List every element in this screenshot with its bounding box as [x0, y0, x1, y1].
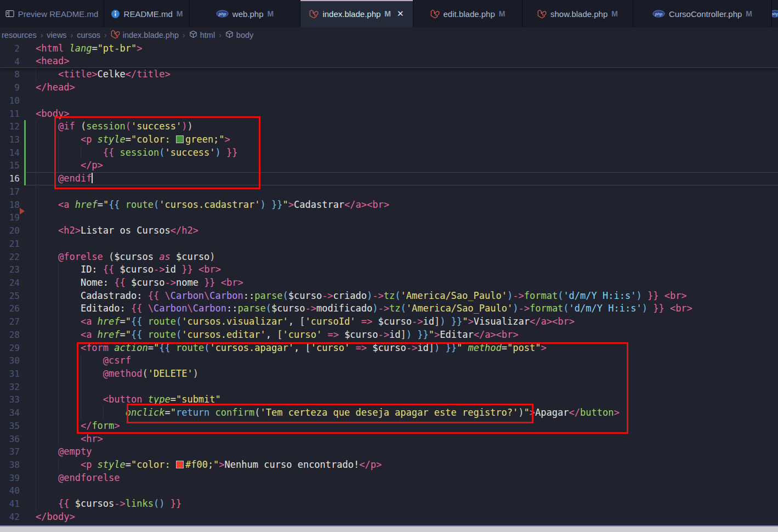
modified-badge: M — [611, 9, 618, 18]
blade-icon — [111, 30, 120, 41]
code-line-38[interactable]: 38 <p style="color: #f00;">Nenhum curso … — [0, 459, 778, 472]
breadcrumb-separator: › — [104, 31, 107, 39]
code-line-14[interactable]: 14 {{ session('success') }} — [0, 146, 778, 160]
breadcrumb-item-body[interactable]: body — [225, 30, 253, 40]
breadcrumb-item-resources[interactable]: resources — [2, 31, 37, 39]
code-line-17[interactable]: 17 — [0, 185, 778, 199]
code-line-41[interactable]: 41 {{ $cursos->links() }} — [0, 497, 778, 511]
breadcrumb-separator: › — [219, 31, 222, 39]
modified-badge: M — [268, 9, 274, 18]
indent-guide — [36, 211, 36, 224]
code-text: <button type="submit" — [36, 393, 221, 406]
php-icon: php — [216, 10, 229, 18]
code-line-20[interactable]: 20 <h2>Listar os Cursos</h2> — [0, 224, 778, 237]
tab-web-php[interactable]: phpweb.phpM — [190, 0, 300, 27]
tab-overflow[interactable]: php — [772, 0, 778, 27]
breadcrumb-item-views[interactable]: views — [47, 31, 66, 39]
close-icon[interactable]: ✕ — [397, 9, 404, 19]
code-line-11[interactable]: 11<body> — [0, 107, 778, 121]
code-line-28[interactable]: 28 <a href="{{ route('cursos.editar', ['… — [0, 329, 778, 342]
code-line-8[interactable]: 8 <title>Celke</title> — [0, 68, 778, 81]
color-swatch-red[interactable] — [176, 461, 184, 468]
code-line-24[interactable]: 24 Nome: {{ $curso->nome }} <br> — [0, 276, 778, 290]
breadcrumb-item-html[interactable]: html — [189, 30, 215, 40]
color-swatch-green[interactable] — [176, 135, 184, 143]
code-line-22[interactable]: 22 @forelse ($cursos as $curso) — [0, 251, 778, 264]
tab-readme-md[interactable]: README.mdM — [104, 0, 190, 27]
code-line-10[interactable]: 10 — [0, 94, 778, 107]
code-text: <a href="{{ route('cursos.cadastrar') }}… — [36, 199, 389, 212]
code-text: <body> — [36, 107, 69, 121]
breadcrumb-item-cursos[interactable]: cursos — [77, 31, 100, 39]
code-text: <p style="color: green;"> — [36, 133, 230, 146]
php-icon: php — [652, 10, 665, 18]
code-line-40[interactable]: 40 — [0, 484, 778, 497]
code-line-27[interactable]: 27 <a href="{{ route('cursos.visualizar'… — [0, 315, 778, 329]
code-line-23[interactable]: 23 ID: {{ $curso->id }} <br> — [0, 263, 778, 276]
line-number: 11 — [0, 107, 26, 121]
tab-bar: Preview README.mdREADME.mdMphpweb.phpMin… — [0, 0, 778, 27]
code-line-29[interactable]: 29 <form action="{{ route('cursos.apagar… — [0, 342, 778, 355]
code-text: <title>Celke</title> — [36, 68, 171, 81]
line-number: 8 — [0, 68, 26, 81]
code-line-13[interactable]: 13 <p style="color: green;"> — [0, 133, 778, 146]
tab-cursocontroller-php[interactable]: phpCursoController.phpM — [633, 0, 772, 27]
code-text: @endif — [36, 172, 93, 185]
modified-badge: M — [384, 9, 391, 18]
line-number: 10 — [0, 94, 26, 107]
code-line-9[interactable]: 9</head> — [0, 81, 778, 94]
blade-icon — [537, 9, 547, 19]
code-text: </head> — [36, 81, 75, 94]
code-line-37[interactable]: 37 @empty — [0, 445, 778, 459]
line-number: 13 — [0, 133, 26, 146]
symbol-icon — [189, 30, 197, 40]
code-line-12[interactable]: 12 @if (session('success')) — [0, 120, 778, 133]
code-line-31[interactable]: 31 @method('DELETE') — [0, 367, 778, 381]
symbol-icon — [225, 30, 234, 40]
code-text: <html lang="pt-br"> — [36, 42, 143, 55]
code-line-32[interactable]: 32 — [0, 381, 778, 394]
tab-preview-readme-md[interactable]: Preview README.md — [0, 0, 104, 27]
code-line-16[interactable]: 16 @endif — [0, 172, 778, 185]
line-number: 2 — [0, 42, 26, 55]
line-number: 33 — [0, 393, 26, 406]
line-number: 20 — [0, 224, 26, 237]
breadcrumb: resources›views›cursos›index.blade.php›h… — [0, 27, 778, 42]
code-line-4[interactable]: 4<head> — [0, 55, 778, 69]
line-number: 28 — [0, 329, 26, 342]
svg-text:php: php — [655, 12, 663, 16]
code-line-34[interactable]: 34 onclick="return confirm('Tem certeza … — [0, 406, 778, 420]
indent-guide — [58, 381, 59, 394]
window-bottom-edge — [0, 527, 778, 532]
code-line-2[interactable]: 2<html lang="pt-br"> — [0, 42, 778, 55]
code-text: onclick="return confirm('Tem certeza que… — [36, 406, 620, 420]
code-line-39[interactable]: 39 @endforelse — [0, 472, 778, 485]
tab-show-blade-php[interactable]: show.blade.phpM — [523, 0, 633, 27]
line-number: 26 — [0, 302, 26, 315]
breadcrumb-item-index-blade-php[interactable]: index.blade.php — [111, 30, 179, 41]
code-line-25[interactable]: 25 Cadastrado: {{ \Carbon\Carbon::parse(… — [0, 290, 778, 303]
tab-edit-blade-php[interactable]: edit.blade.phpM — [413, 0, 523, 27]
info-icon — [111, 9, 120, 19]
tab-label: show.blade.php — [550, 9, 607, 19]
line-number: 40 — [0, 484, 26, 497]
code-line-36[interactable]: 36 <hr> — [0, 433, 778, 446]
code-line-30[interactable]: 30 @csrf — [0, 354, 778, 367]
code-line-42[interactable]: 42</body> — [0, 511, 778, 524]
code-editor[interactable]: 2<html lang="pt-br">4<head>8 <title>Celk… — [0, 42, 778, 532]
code-line-26[interactable]: 26 Editado: {{ \Carbon\Carbon::parse($cu… — [0, 302, 778, 315]
tab-index-blade-php[interactable]: index.blade.phpM✕ — [300, 0, 413, 27]
code-text: <hr> — [36, 433, 103, 446]
blade-icon — [430, 9, 440, 19]
code-line-33[interactable]: 33 <button type="submit" — [0, 393, 778, 406]
line-number: 21 — [0, 237, 26, 251]
modified-badge: M — [746, 9, 752, 18]
code-line-35[interactable]: 35 </form> — [0, 420, 778, 433]
code-line-15[interactable]: 15 </p> — [0, 159, 778, 172]
code-line-18[interactable]: 18 <a href="{{ route('cursos.cadastrar')… — [0, 199, 778, 212]
line-number: 23 — [0, 263, 26, 276]
code-line-19[interactable]: 19 — [0, 211, 778, 224]
indent-guide — [36, 237, 36, 251]
code-line-21[interactable]: 21 — [0, 237, 778, 251]
line-number: 22 — [0, 251, 26, 264]
